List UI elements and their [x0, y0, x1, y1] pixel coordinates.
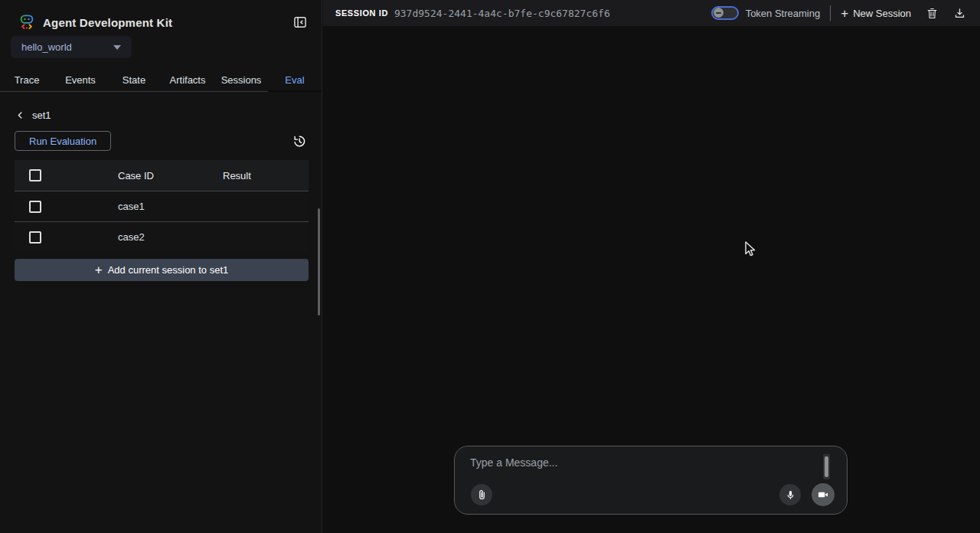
composer-scrollbar-thumb [825, 456, 828, 477]
video-button[interactable] [812, 483, 835, 506]
composer-scrollbar[interactable] [823, 454, 830, 479]
select-all-checkbox[interactable] [29, 169, 41, 181]
mouse-cursor [743, 240, 758, 257]
main-area: SESSION ID 937d9524-2441-4a4c-b7fe-c9c67… [323, 0, 980, 533]
row-checkbox-cell [15, 201, 118, 213]
toolbar-divider [830, 5, 831, 21]
session-toolbar: SESSION ID 937d9524-2441-4a4c-b7fe-c9c67… [323, 0, 980, 26]
row-checkbox-cell [15, 231, 118, 244]
toolbar-actions: Token Streaming + New Session [711, 3, 969, 23]
header-checkbox-cell [15, 169, 118, 181]
case-id-cell[interactable]: case2 [118, 231, 223, 243]
plus-icon: + [95, 263, 103, 276]
tab-sessions[interactable]: Sessions [214, 69, 268, 91]
token-streaming-label: Token Streaming [746, 8, 821, 19]
history-icon [292, 134, 306, 149]
agent-select-value: hello_world [21, 41, 72, 53]
export-session-button[interactable] [949, 3, 969, 23]
sidebar: Agent Development Kit hello_world Trace … [0, 0, 322, 533]
chevron-left-icon [15, 110, 25, 120]
back-button[interactable] [15, 110, 26, 121]
add-current-session-label: Add current session to set1 [108, 264, 229, 276]
column-header-result: Result [223, 170, 309, 181]
case-checkbox[interactable] [29, 231, 41, 244]
paperclip-icon [476, 489, 488, 501]
eval-set-name: set1 [32, 110, 51, 121]
delete-session-button[interactable] [922, 3, 942, 23]
tab-eval[interactable]: Eval [268, 69, 322, 91]
tab-state[interactable]: State [107, 69, 161, 91]
microphone-icon [785, 489, 796, 501]
new-session-label: New Session [853, 8, 911, 19]
new-session-button[interactable]: + New Session [841, 7, 911, 20]
message-input[interactable] [470, 456, 799, 482]
eval-history-button[interactable] [290, 132, 307, 149]
panel-collapse-icon [292, 15, 308, 30]
case-id-cell[interactable]: case1 [118, 201, 223, 212]
case-checkbox[interactable] [29, 201, 41, 213]
chevron-down-icon [113, 45, 121, 50]
tab-bar: Trace Events State Artifacts Sessions Ev… [0, 69, 322, 92]
eval-cases-table: Case ID Result case1 case2 [15, 160, 309, 252]
videocam-icon [817, 489, 829, 501]
toggle-knob [714, 8, 724, 18]
sidebar-header: Agent Development Kit [0, 0, 322, 34]
attach-file-button[interactable] [471, 484, 492, 505]
agent-select-dropdown[interactable]: hello_world [11, 36, 132, 58]
collapse-panel-button[interactable] [291, 13, 309, 31]
sidebar-scrollbar-thumb[interactable] [318, 208, 320, 316]
tab-artifacts[interactable]: Artifacts [161, 69, 214, 91]
table-row[interactable]: case2 [15, 221, 309, 252]
add-current-session-button[interactable]: + Add current session to set1 [15, 259, 309, 281]
app-title: Agent Development Kit [43, 16, 172, 29]
microphone-button[interactable] [779, 484, 801, 505]
session-id-label: SESSION ID [335, 8, 388, 18]
tab-events[interactable]: Events [54, 69, 107, 91]
token-streaming-toggle[interactable] [711, 6, 739, 20]
adk-robot-logo-icon [18, 14, 35, 31]
download-icon [953, 7, 966, 20]
trash-icon [926, 7, 939, 20]
plus-icon: + [841, 7, 848, 20]
run-evaluation-row: Run Evaluation [15, 131, 307, 151]
table-row[interactable]: case1 [15, 191, 309, 221]
run-evaluation-button[interactable]: Run Evaluation [15, 131, 111, 151]
eval-set-header: set1 [15, 110, 322, 121]
tab-trace[interactable]: Trace [0, 69, 54, 91]
table-header-row: Case ID Result [15, 160, 309, 191]
message-composer [454, 446, 848, 515]
session-id-value: 937d9524-2441-4a4c-b7fe-c9c67827c6f6 [394, 8, 610, 19]
column-header-case-id: Case ID [118, 170, 223, 181]
